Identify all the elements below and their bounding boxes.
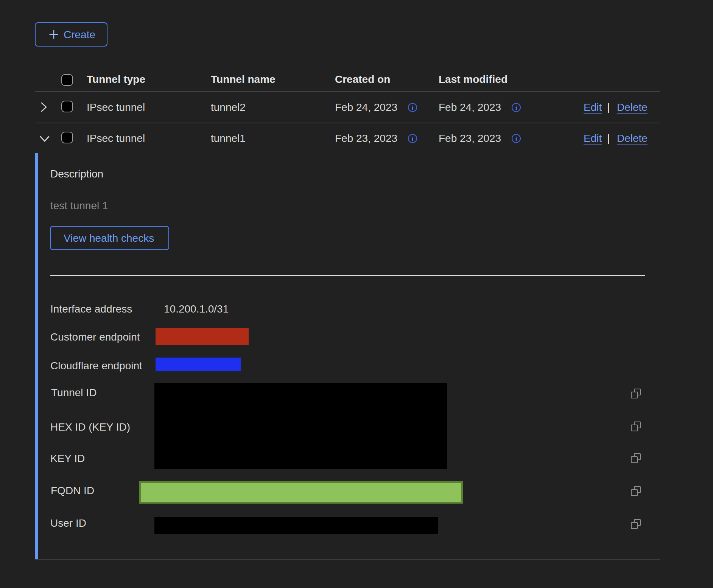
svg-text:i: i — [515, 135, 517, 143]
svg-text:i: i — [412, 104, 414, 112]
svg-text:i: i — [515, 104, 517, 112]
svg-text:i: i — [412, 135, 414, 143]
